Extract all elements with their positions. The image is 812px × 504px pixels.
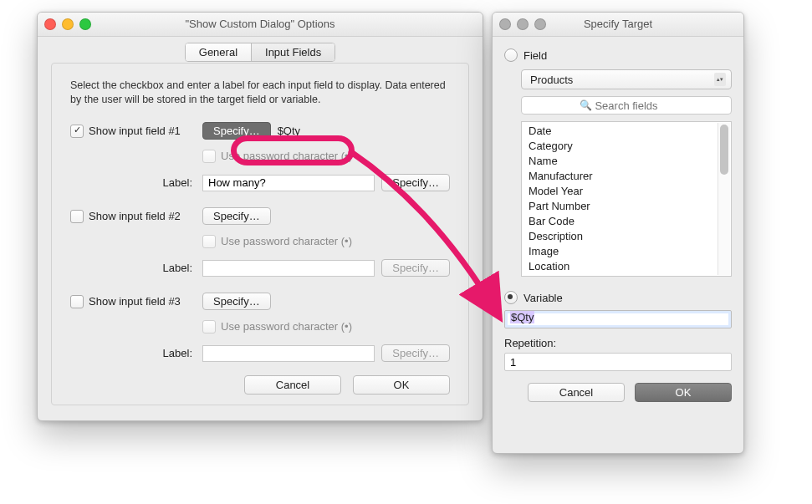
input-field-3-group: Show input field #3 Specify… Use passwor… — [70, 291, 450, 364]
list-item[interactable]: Name — [522, 154, 731, 169]
variable-name-value: $Qty — [510, 311, 534, 323]
list-item[interactable]: Location — [522, 259, 731, 274]
table-popup[interactable]: Products ▴▾ — [521, 69, 732, 89]
radio-variable-label: Variable — [523, 292, 563, 304]
input-field-2-group: Show input field #2 Specify… Use passwor… — [70, 206, 450, 279]
list-item[interactable]: Image — [522, 244, 731, 259]
show-input-3-checkbox[interactable] — [70, 295, 84, 308]
zoom-icon[interactable] — [534, 18, 546, 30]
instructions-text: Select the checkbox and enter a label fo… — [70, 79, 450, 107]
label-1-input[interactable] — [202, 175, 375, 191]
label-3-specify-button[interactable]: Specify… — [381, 344, 450, 362]
specify-target-3-button[interactable]: Specify… — [202, 293, 271, 310]
cancel-button[interactable]: Cancel — [528, 383, 625, 402]
show-custom-dialog-options-window: "Show Custom Dialog" Options General Inp… — [37, 12, 483, 421]
label-1-specify-button[interactable]: Specify… — [381, 174, 450, 191]
scrollbar[interactable] — [718, 123, 730, 275]
search-fields-input[interactable] — [521, 96, 732, 115]
show-input-2-checkbox[interactable] — [70, 210, 84, 223]
titlebar: Specify Target — [493, 13, 743, 37]
label-3-caption: Label: — [70, 347, 196, 359]
cancel-button[interactable]: Cancel — [244, 375, 341, 395]
list-item[interactable]: Category — [522, 139, 731, 154]
password-3-checkbox[interactable] — [202, 320, 216, 333]
ok-button[interactable]: OK — [353, 375, 450, 395]
repetition-label: Repetition: — [504, 337, 732, 349]
list-item[interactable]: Bar Code — [522, 214, 731, 229]
scrollbar-thumb[interactable] — [720, 125, 728, 175]
fields-listbox[interactable]: DateCategoryNameManufacturerModel YearPa… — [521, 121, 732, 277]
specify-target-1-button[interactable]: Specify… — [202, 122, 271, 140]
target-1-value: $Qty — [278, 125, 300, 137]
list-item[interactable]: Part Number — [522, 199, 731, 214]
window-title: "Show Custom Dialog" Options — [38, 13, 483, 36]
list-item[interactable]: Model Year — [522, 184, 731, 199]
password-1-checkbox[interactable] — [202, 150, 216, 163]
show-input-1-label: Show input field #1 — [89, 125, 181, 137]
repetition-input[interactable] — [504, 353, 732, 371]
label-2-caption: Label: — [70, 262, 196, 274]
tab-group: General Input Fields — [185, 43, 335, 62]
titlebar: "Show Custom Dialog" Options — [38, 13, 483, 37]
specify-target-window: Specify Target Field Products ▴▾ 🔍 DateC… — [492, 12, 744, 454]
search-icon: 🔍 — [580, 99, 592, 111]
panel-input-fields: Select the checkbox and enter a label fo… — [51, 63, 469, 405]
label-2-specify-button[interactable]: Specify… — [381, 259, 450, 277]
close-icon[interactable] — [44, 18, 56, 30]
show-input-3-label: Show input field #3 — [89, 295, 181, 308]
show-input-2-label: Show input field #2 — [89, 210, 181, 222]
password-1-text: Use password character (•) — [221, 150, 352, 162]
label-3-input[interactable] — [202, 345, 375, 362]
variable-name-input[interactable]: $Qty — [504, 310, 732, 328]
radio-field[interactable] — [504, 48, 518, 62]
list-item[interactable]: Description — [522, 229, 731, 244]
specify-target-2-button[interactable]: Specify… — [202, 207, 271, 225]
password-3-text: Use password character (•) — [221, 320, 352, 333]
zoom-icon[interactable] — [79, 18, 91, 30]
minimize-icon[interactable] — [62, 18, 74, 30]
ok-button[interactable]: OK — [635, 383, 732, 402]
password-2-text: Use password character (•) — [221, 235, 352, 247]
input-field-1-group: Show input field #1 Specify… $Qty Use pa… — [70, 120, 450, 194]
tab-input-fields[interactable]: Input Fields — [251, 43, 335, 61]
password-2-checkbox[interactable] — [202, 235, 216, 248]
radio-variable[interactable] — [504, 291, 518, 304]
chevron-updown-icon: ▴▾ — [714, 73, 726, 86]
label-1-caption: Label: — [70, 176, 196, 189]
minimize-icon[interactable] — [517, 18, 529, 30]
show-input-1-checkbox[interactable] — [70, 125, 84, 138]
tab-general[interactable]: General — [186, 43, 251, 61]
list-item[interactable]: Manufacturer — [522, 169, 731, 184]
close-icon[interactable] — [499, 18, 511, 30]
table-popup-value: Products — [530, 74, 573, 86]
label-2-input[interactable] — [202, 260, 375, 277]
radio-field-label: Field — [523, 49, 547, 62]
list-item[interactable]: Date — [522, 124, 731, 139]
